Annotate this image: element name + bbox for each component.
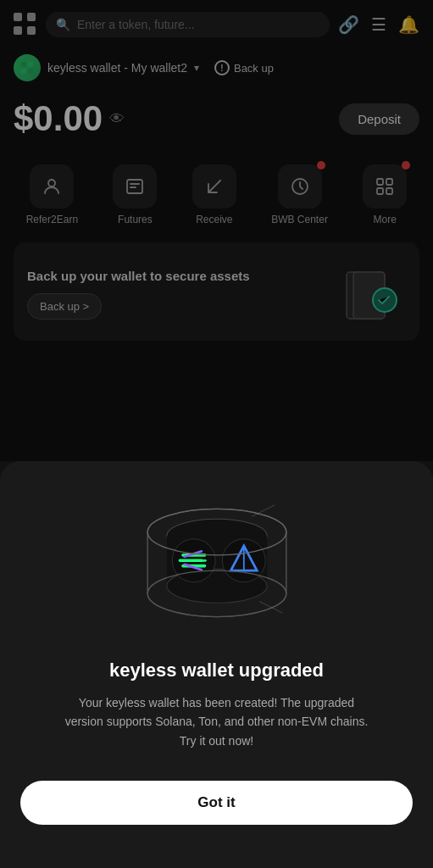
modal-description: Your keyless wallet has been created! Th… xyxy=(64,693,369,750)
modal-title: keyless wallet upgraded xyxy=(109,659,324,682)
modal-overlay: keyless wallet upgraded Your keyless wal… xyxy=(0,461,433,868)
got-it-button[interactable]: Got it xyxy=(20,781,413,825)
modal-illustration xyxy=(132,487,302,639)
backdrop xyxy=(0,0,433,461)
cylinder-svg xyxy=(132,487,302,639)
